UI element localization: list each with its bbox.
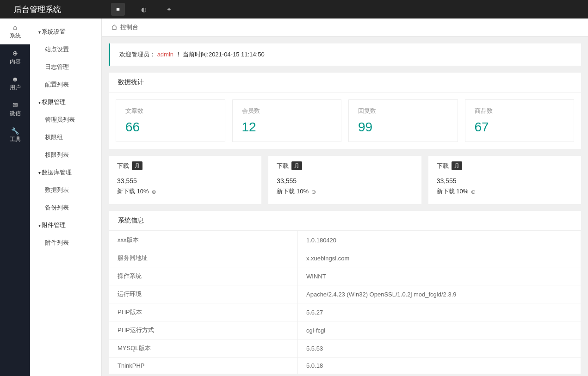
caret-down-icon: ▾ <box>38 223 41 228</box>
stat-value: 12 <box>242 120 332 135</box>
stat-products: 商品数 67 <box>465 99 575 142</box>
stat-label: 会员数 <box>242 107 332 115</box>
nav-icons: ⌂ 系统 ⊕ 内容 ☻ 用户 ✉ 微信 🔧 工具 <box>0 18 30 376</box>
download-card: 下载月 33,555 新下载 10%☺ <box>428 156 581 204</box>
download-row: 下载月 33,555 新下载 10%☺ 下载月 33,555 新下载 10%☺ … <box>109 156 581 204</box>
topbar-buttons: ≡ ◐ ✦ <box>102 3 176 16</box>
nav-user[interactable]: ☻ 用户 <box>0 70 30 96</box>
dl-subtext: 新下载 10% <box>277 187 309 196</box>
dl-subtext: 新下载 10% <box>117 187 149 196</box>
home-icon <box>111 24 118 31</box>
main-content: 控制台 欢迎管理员： admin ！ 当前时间:2021-04-15 11:14… <box>102 18 588 376</box>
dl-badge: 月 <box>452 161 462 170</box>
clear-button[interactable]: ✦ <box>162 3 176 16</box>
sysinfo-title: 系统信息 <box>109 211 581 231</box>
dl-number: 33,555 <box>277 177 413 185</box>
menu-item-backup-list[interactable]: 备份列表 <box>30 199 101 216</box>
info-key: MYSQL版本 <box>109 339 298 358</box>
menu-item-data-list[interactable]: 数据列表 <box>30 181 101 199</box>
stat-replies: 回复数 99 <box>348 99 458 142</box>
menu-item-config-list[interactable]: 配置列表 <box>30 76 101 93</box>
table-row: ThinkPHP5.0.18 <box>109 358 581 374</box>
info-key: xxx版本 <box>109 231 298 249</box>
info-key: 操作系统 <box>109 267 298 285</box>
breadcrumb-label: 控制台 <box>120 23 138 31</box>
info-val: 5.0.18 <box>298 358 581 374</box>
info-key: 运行环境 <box>109 285 298 303</box>
sidebar: ▾系统设置 站点设置 日志管理 配置列表 ▾权限管理 管理员列表 权限组 权限列… <box>30 18 102 376</box>
welcome-suffix: ！ 当前时间:2021-04-15 11:14:50 <box>175 51 265 58</box>
sysinfo-table: xxx版本1.0.180420 服务器地址x.xuebingsi.com 操作系… <box>109 231 581 374</box>
stat-value: 66 <box>125 120 216 135</box>
globe-button[interactable]: ◐ <box>136 3 150 16</box>
menu-group-system-settings[interactable]: ▾系统设置 <box>30 23 101 41</box>
menu-item-site-settings[interactable]: 站点设置 <box>30 41 101 58</box>
nav-label: 系统 <box>10 32 21 40</box>
stat-value: 99 <box>358 120 448 135</box>
info-val: cgi-fcgi <box>298 321 581 339</box>
info-key: ThinkPHP <box>109 358 298 374</box>
info-val: 5.5.53 <box>298 339 581 358</box>
table-row: xxx版本1.0.180420 <box>109 231 581 249</box>
menu-item-permission-group[interactable]: 权限组 <box>30 129 101 146</box>
breadcrumb: 控制台 <box>102 18 588 37</box>
menu-item-attachment-list[interactable]: 附件列表 <box>30 234 101 252</box>
dl-title: 下载 <box>437 162 449 170</box>
dl-badge: 月 <box>291 161 302 170</box>
info-key: PHP版本 <box>109 303 298 321</box>
dl-title: 下载 <box>277 162 289 170</box>
sysinfo-panel: 系统信息 xxx版本1.0.180420 服务器地址x.xuebingsi.co… <box>109 211 581 374</box>
download-card: 下载月 33,555 新下载 10%☺ <box>109 156 261 204</box>
menu-item-permission-list[interactable]: 权限列表 <box>30 146 101 164</box>
wrench-icon: 🔧 <box>11 127 19 135</box>
nav-tools[interactable]: 🔧 工具 <box>0 122 30 148</box>
table-row: PHP运行方式cgi-fcgi <box>109 321 581 339</box>
info-val: 5.6.27 <box>298 303 581 321</box>
info-val: x.xuebingsi.com <box>298 249 581 267</box>
nav-label: 工具 <box>10 136 21 143</box>
menu-group-attachment[interactable]: ▾附件管理 <box>30 216 101 234</box>
caret-down-icon: ▾ <box>38 100 41 105</box>
nav-system[interactable]: ⌂ 系统 <box>0 18 30 44</box>
dl-title: 下载 <box>117 162 129 170</box>
info-key: PHP运行方式 <box>109 321 298 339</box>
stats-panel: 数据统计 文章数 66 会员数 12 回复数 99 商品数 <box>109 73 581 149</box>
table-row: MYSQL版本5.5.53 <box>109 339 581 358</box>
stat-label: 回复数 <box>358 107 448 115</box>
nav-label: 内容 <box>10 58 21 66</box>
smile-icon: ☺ <box>310 188 316 195</box>
dl-number: 33,555 <box>437 177 573 185</box>
info-val: 1.0.180420 <box>298 231 581 249</box>
smile-icon: ☺ <box>470 188 476 195</box>
welcome-admin: admin <box>157 51 173 58</box>
menu-group-permission[interactable]: ▾权限管理 <box>30 93 101 111</box>
globe-icon: ⊕ <box>12 49 18 57</box>
stats-title: 数据统计 <box>109 73 581 92</box>
wechat-icon: ✉ <box>12 101 18 109</box>
welcome-alert: 欢迎管理员： admin ！ 当前时间:2021-04-15 11:14:50 <box>109 43 581 66</box>
menu-group-database[interactable]: ▾数据库管理 <box>30 164 101 181</box>
table-row: 运行环境Apache/2.4.23 (Win32) OpenSSL/1.0.2j… <box>109 285 581 303</box>
dl-subtext: 新下载 10% <box>437 187 469 196</box>
nav-wechat[interactable]: ✉ 微信 <box>0 96 30 122</box>
nav-label: 微信 <box>10 110 21 117</box>
globe-icon: ◐ <box>141 6 146 13</box>
stat-members: 会员数 12 <box>232 99 342 142</box>
menu-item-log-manage[interactable]: 日志管理 <box>30 58 101 76</box>
topbar: 后台管理系统 ≡ ◐ ✦ <box>0 0 588 18</box>
download-card: 下载月 33,555 新下载 10%☺ <box>268 156 421 204</box>
smile-icon: ☺ <box>151 188 157 195</box>
info-key: 服务器地址 <box>109 249 298 267</box>
stat-label: 文章数 <box>125 107 216 115</box>
nav-content[interactable]: ⊕ 内容 <box>0 44 30 70</box>
caret-down-icon: ▾ <box>38 170 41 175</box>
info-val: WINNT <box>298 267 581 285</box>
menu-item-admin-list[interactable]: 管理员列表 <box>30 111 101 129</box>
menu-icon: ≡ <box>116 6 120 13</box>
menu-toggle-button[interactable]: ≡ <box>111 3 125 16</box>
info-val: Apache/2.4.23 (Win32) OpenSSL/1.0.2j mod… <box>298 285 581 303</box>
nav-label: 用户 <box>10 84 21 92</box>
user-icon: ☻ <box>12 75 19 83</box>
stat-value: 67 <box>475 120 565 135</box>
home-icon: ⌂ <box>13 24 17 31</box>
